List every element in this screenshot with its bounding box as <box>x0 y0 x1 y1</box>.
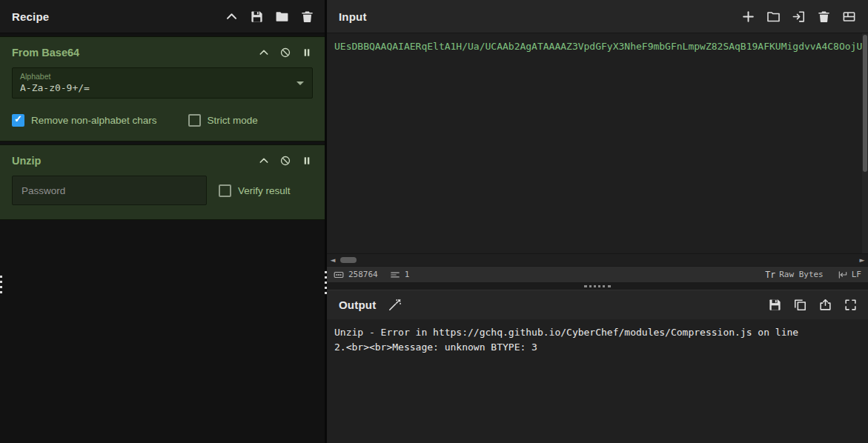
line-ending-value: LF <box>852 270 861 279</box>
checkbox-unchecked-icon <box>188 114 201 127</box>
open-output-in-new-tab-icon[interactable] <box>818 298 832 312</box>
character-encoding-selector[interactable]: Tr Raw Bytes <box>765 270 823 280</box>
output-header: Output <box>327 290 868 319</box>
line-count-icon <box>390 270 400 280</box>
load-recipe-folder-icon[interactable] <box>275 10 289 24</box>
clear-input-trash-icon[interactable] <box>817 10 831 24</box>
checkbox-label: Verify result <box>238 185 291 196</box>
scroll-right-arrow-icon[interactable]: ► <box>856 254 868 267</box>
line-ending-selector[interactable]: LF <box>838 270 861 280</box>
line-count-value: 1 <box>405 270 410 279</box>
operation-unzip[interactable]: Unzip <box>0 144 325 220</box>
input-textarea[interactable]: UEsDBBQAAQAIAERqEltA1H/Ua/UCAAb2AgATAAAA… <box>327 33 868 253</box>
recipe-header-controls <box>225 10 314 24</box>
input-vertical-scrollbar-thumb[interactable] <box>863 35 867 172</box>
operations-panel-handle[interactable] <box>0 276 2 295</box>
output-header-controls <box>768 298 858 312</box>
chevron-up-icon[interactable] <box>225 10 239 24</box>
save-output-icon[interactable] <box>768 298 782 312</box>
operation-header: From Base64 <box>12 47 313 59</box>
recipe-header: Recipe <box>0 0 325 33</box>
recipe-panel: Recipe From Base64 <box>0 0 325 443</box>
output-content: Unzip - Error in https://gchq.github.io/… <box>327 319 868 361</box>
encoding-tr-icon: Tr <box>765 270 775 280</box>
open-folder-icon[interactable] <box>766 10 781 24</box>
collapse-chevron-up-icon[interactable] <box>258 47 270 59</box>
from-base64-options-row: Remove non-alphabet chars Strict mode <box>12 114 313 127</box>
recipe-title: Recipe <box>12 10 49 23</box>
output-textarea[interactable]: Unzip - Error in https://gchq.github.io/… <box>327 319 868 443</box>
operation-title: From Base64 <box>12 47 79 59</box>
save-recipe-icon[interactable] <box>250 10 264 24</box>
alphabet-select-value: A-Za-z0-9+/= <box>20 82 305 93</box>
checkbox-checked-icon <box>12 114 24 127</box>
alphabet-select[interactable]: Alphabet A-Za-z0-9+/= <box>12 67 313 99</box>
line-ending-return-icon <box>838 270 848 280</box>
encoding-value: Raw Bytes <box>779 270 824 279</box>
checkbox-unchecked-icon <box>219 184 231 197</box>
magic-wand-icon[interactable] <box>388 298 402 312</box>
checkbox-label: Remove non-alphabet chars <box>31 115 157 126</box>
fullscreen-output-icon[interactable] <box>844 298 858 312</box>
byte-count-icon <box>334 270 344 280</box>
remove-non-alphabet-checkbox[interactable]: Remove non-alphabet chars <box>12 114 157 127</box>
disable-operation-icon[interactable] <box>279 47 291 59</box>
input-header-controls <box>741 10 858 24</box>
password-field[interactable] <box>12 176 207 205</box>
cyberchef-app: Recipe From Base64 <box>0 0 868 443</box>
byte-count-value: 258764 <box>348 270 378 279</box>
operation-title: Unzip <box>12 155 41 167</box>
copy-output-icon[interactable] <box>793 298 807 312</box>
open-file-import-icon[interactable] <box>792 10 806 24</box>
input-horizontal-scrollbar[interactable]: ◄ ► <box>327 253 868 266</box>
input-output-splitter[interactable] <box>327 282 868 290</box>
operation-header: Unzip <box>12 155 313 167</box>
operation-from-base64[interactable]: From Base64 Alphabet <box>0 36 325 141</box>
input-status-bar: 258764 1 Tr Raw Bytes LF <box>327 266 868 282</box>
strict-mode-checkbox[interactable]: Strict mode <box>188 114 258 127</box>
input-content[interactable]: UEsDBBQAAQAIAERqEltA1H/Ua/UCAAb2AgATAAAA… <box>327 33 868 60</box>
checkbox-label: Strict mode <box>208 115 258 126</box>
disable-operation-icon[interactable] <box>279 155 291 167</box>
collapse-chevron-up-icon[interactable] <box>258 155 270 167</box>
alphabet-select-label: Alphabet <box>20 72 305 81</box>
unzip-options-row: Verify result <box>12 176 313 205</box>
io-splitter-handle[interactable] <box>584 285 611 287</box>
input-tabs-layout-icon[interactable] <box>842 10 856 24</box>
operation-controls <box>258 47 313 59</box>
output-title: Output <box>339 299 376 311</box>
io-panel: Input UEsDBBQAAQAIA <box>327 0 868 443</box>
verify-result-checkbox[interactable]: Verify result <box>219 184 291 197</box>
scroll-left-arrow-icon[interactable]: ◄ <box>327 254 339 267</box>
input-title: Input <box>339 10 367 23</box>
status-bar-right: Tr Raw Bytes LF <box>765 270 861 280</box>
add-tab-plus-icon[interactable] <box>741 10 755 24</box>
breakpoint-pause-icon[interactable] <box>301 155 313 167</box>
clear-recipe-trash-icon[interactable] <box>300 10 314 24</box>
operation-controls <box>258 155 313 167</box>
breakpoint-pause-icon[interactable] <box>301 47 313 59</box>
chevron-down-icon <box>296 81 304 85</box>
input-header: Input <box>327 0 868 33</box>
recipe-io-splitter-handle[interactable] <box>325 271 327 296</box>
recipe-operation-list: From Base64 Alphabet <box>0 33 325 220</box>
horizontal-scrollbar-thumb[interactable] <box>340 257 357 263</box>
